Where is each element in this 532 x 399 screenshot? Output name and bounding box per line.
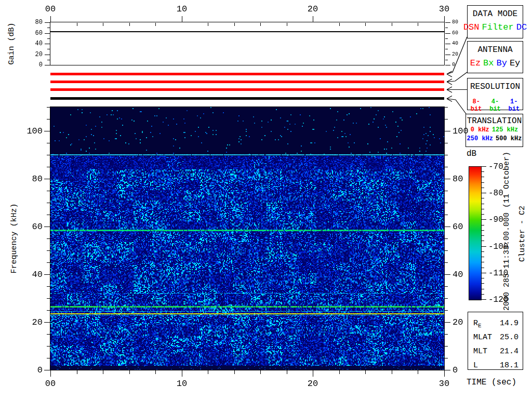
time-minor-tick (234, 23, 235, 26)
resolution-bar (50, 88, 444, 91)
colorbar-minor-tick (482, 241, 484, 241)
gain-minor-tick (445, 49, 448, 49)
time-tick-label: 00 (40, 4, 61, 14)
colorbar-minor-tick (482, 188, 484, 188)
row-value: 14.9 (500, 316, 518, 330)
option-500-khz: 500 kHz (496, 135, 522, 143)
row-label: MLT (473, 344, 487, 358)
wbd-summary-plot: Gain (dB) Frequency (kHz) TIME (sec) dB … (0, 0, 532, 399)
antenna-bar (50, 81, 444, 83)
gain-plot-frame (50, 22, 445, 65)
colorbar-tick-label: -70 (488, 162, 503, 171)
colorbar-major-tick (482, 219, 486, 220)
time-minor-tick (103, 370, 103, 374)
time-tick-label: 20 (302, 4, 323, 14)
freq-major-tick (44, 227, 50, 227)
colorbar-minor-tick (482, 230, 484, 231)
option-ey: Ey (510, 58, 520, 68)
time-major-tick (182, 370, 182, 377)
time-major-tick (444, 16, 445, 22)
freq-minor-tick (47, 334, 50, 335)
freq-minor-tick (445, 238, 448, 239)
freq-tick-label: 60 (453, 222, 463, 232)
translation-options: 0 kHz125 kHz250 kHz500 kHz (466, 126, 523, 143)
freq-minor-tick (47, 286, 50, 287)
freq-minor-tick (445, 215, 448, 215)
colorbar-major-tick (482, 299, 486, 300)
freq-minor-tick (47, 298, 50, 299)
translation-bar (50, 97, 444, 100)
freq-minor-tick (445, 107, 448, 108)
antenna-title: ANTENNA (468, 45, 523, 55)
freq-tick-label: 80 (25, 174, 43, 184)
freq-minor-tick (445, 286, 448, 287)
table-row: MLT21.4 (468, 344, 523, 358)
colorbar-minor-tick (482, 268, 484, 268)
antenna-options: EzBxByEy (468, 58, 523, 68)
translation-row: 250 kHz500 kHz (466, 135, 523, 143)
freq-minor-tick (445, 203, 448, 203)
gain-minor-tick (47, 38, 50, 39)
time-minor-tick (103, 23, 103, 26)
colorbar-minor-tick (482, 289, 484, 289)
freq-minor-tick (445, 250, 448, 251)
spectrogram-frame (50, 107, 445, 370)
freq-tick-label: 100 (453, 126, 469, 136)
colorbar-minor-tick (482, 257, 484, 257)
freq-minor-tick (47, 119, 50, 119)
gain-major-tick (45, 33, 50, 34)
time-minor-tick (260, 370, 261, 374)
freq-minor-tick (445, 298, 448, 299)
freq-minor-tick (445, 334, 448, 335)
gain-major-tick (445, 44, 450, 44)
time-minor-tick (155, 370, 156, 374)
freq-tick-label: 40 (453, 270, 463, 280)
freq-minor-tick (445, 262, 448, 263)
data-mode-bar (50, 73, 444, 75)
gain-tick-label: 60 (452, 30, 458, 36)
freq-minor-tick (47, 215, 50, 215)
freq-minor-tick (445, 155, 448, 155)
freq-tick-label: 20 (453, 317, 463, 327)
colorbar-minor-tick (482, 262, 484, 262)
option-0-khz: 0 kHz (471, 126, 489, 135)
time-tick-label: 10 (171, 4, 192, 14)
colorbar-tick-label: -110 (488, 269, 508, 278)
colorbar-major-tick (482, 273, 486, 273)
time-minor-tick (365, 370, 366, 374)
gain-tick-label: 20 (452, 51, 458, 57)
row-label: MLAT (473, 330, 492, 344)
colorbar-minor-tick (482, 294, 484, 295)
gain-major-tick (45, 65, 50, 65)
option-125-khz: 125 kHz (492, 126, 518, 135)
freq-tick-label: 0 (25, 365, 43, 375)
freq-minor-tick (445, 310, 448, 311)
gain-major-tick (445, 33, 450, 34)
time-tick-label: 00 (40, 379, 61, 389)
time-minor-tick (129, 23, 130, 26)
time-tick-label: 30 (434, 379, 455, 389)
row-value: 21.4 (500, 344, 518, 358)
gain-minor-tick (47, 49, 50, 49)
resolution-panel: RESOLUTION 8-bit4-bit1-bit (467, 78, 523, 110)
freq-tick-label: 100 (25, 126, 43, 136)
row-value: 25.0 (500, 330, 518, 344)
colorbar-tick-label: -90 (488, 215, 503, 224)
freq-minor-tick (47, 203, 50, 203)
freq-major-tick (445, 227, 450, 227)
colorbar-minor-tick (482, 278, 484, 278)
option-by: By (497, 58, 507, 68)
gain-tick-label: 40 (29, 40, 43, 47)
gain-minor-tick (445, 60, 448, 60)
table-row: L18.1 (468, 358, 523, 373)
freq-minor-tick (47, 346, 50, 347)
gain-major-tick (445, 65, 450, 65)
time-minor-tick (287, 23, 287, 26)
gain-major-tick (445, 55, 450, 55)
freq-minor-tick (445, 358, 448, 358)
table-row: RE14.9 (468, 316, 523, 330)
freq-minor-tick (47, 107, 50, 108)
option-1-bit: 1-bit (506, 98, 523, 113)
translation-title: TRANSLATION (466, 116, 523, 126)
colorbar-major-tick (482, 193, 486, 193)
